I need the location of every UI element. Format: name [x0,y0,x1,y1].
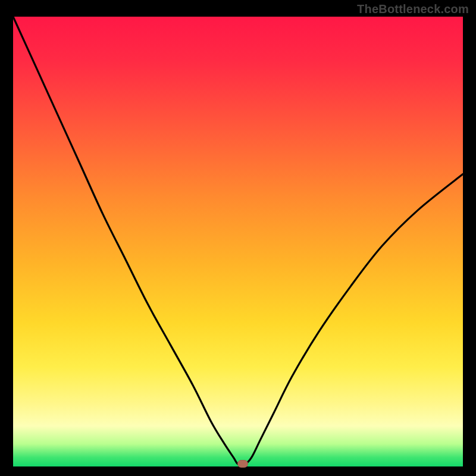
optimal-point-marker [237,460,248,468]
watermark-text: TheBottleneck.com [357,2,469,16]
bottleneck-curve [13,17,463,466]
plot-area [13,17,463,466]
chart-frame: TheBottleneck.com [0,0,476,476]
